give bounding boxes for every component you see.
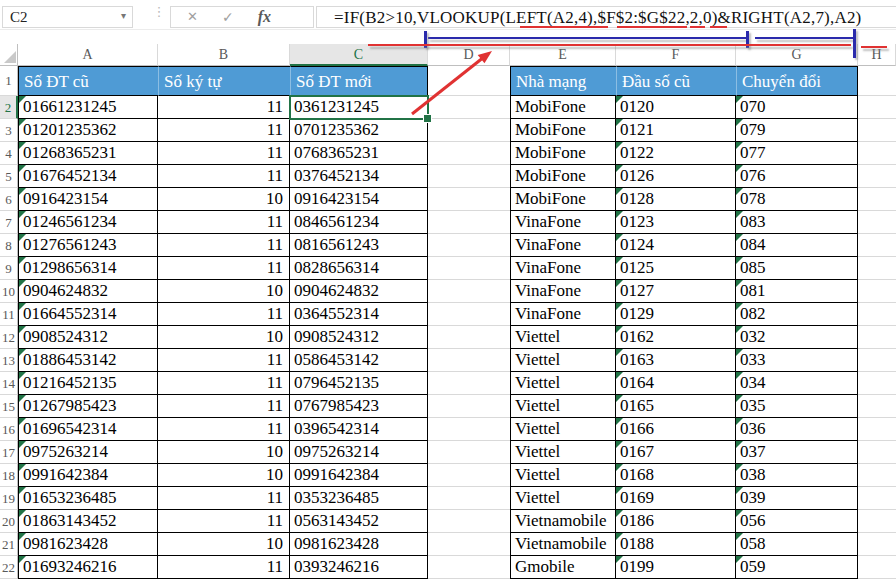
left-table-cell-C5[interactable]: 0376452134 — [290, 165, 428, 188]
row-header-20[interactable]: 20 — [0, 510, 18, 533]
right-table-cell-F10[interactable]: 0127 — [616, 280, 736, 303]
row-header-21[interactable]: 21 — [0, 533, 18, 556]
right-table-cell-E4[interactable]: MobiFone — [510, 142, 616, 165]
enter-icon[interactable]: ✓ — [222, 9, 234, 26]
left-table-cell-C10[interactable]: 0904624832 — [290, 280, 428, 303]
right-table-cell-F21[interactable]: 0188 — [616, 533, 736, 556]
left-table-cell-B20[interactable]: 11 — [158, 510, 290, 533]
left-table-cell-C6[interactable]: 0916423154 — [290, 188, 428, 211]
left-table-cell-B15[interactable]: 11 — [158, 395, 290, 418]
right-table-cell-F14[interactable]: 0164 — [616, 372, 736, 395]
select-all-corner-icon[interactable] — [4, 51, 16, 63]
row-header-1[interactable]: 1 — [0, 66, 18, 96]
cancel-icon[interactable]: ✕ — [187, 9, 198, 25]
left-table-cell-B11[interactable]: 11 — [158, 303, 290, 326]
row-header-18[interactable]: 18 — [0, 464, 18, 487]
column-header-C[interactable]: C — [290, 44, 428, 66]
column-header-B[interactable]: B — [158, 44, 290, 66]
left-table-cell-A5[interactable]: 01676452134 — [18, 165, 158, 188]
row-header-7[interactable]: 7 — [0, 211, 18, 234]
column-header-F[interactable]: F — [616, 44, 736, 66]
right-table-cell-E22[interactable]: Gmobile — [510, 556, 616, 579]
left-table-cell-B17[interactable]: 10 — [158, 441, 290, 464]
left-table-header-A1[interactable]: Số ĐT cũ — [18, 66, 158, 96]
right-table-header-G1[interactable]: Chuyển đổi — [736, 66, 858, 96]
right-table-cell-G22[interactable]: 059 — [736, 556, 858, 579]
left-table-cell-A16[interactable]: 01696542314 — [18, 418, 158, 441]
right-table-cell-F20[interactable]: 0186 — [616, 510, 736, 533]
left-table-cell-B21[interactable]: 10 — [158, 533, 290, 556]
right-table-cell-E20[interactable]: Vietnamobile — [510, 510, 616, 533]
left-table-cell-A4[interactable]: 01268365231 — [18, 142, 158, 165]
right-table-cell-E10[interactable]: VinaFone — [510, 280, 616, 303]
right-table-cell-G21[interactable]: 058 — [736, 533, 858, 556]
right-table-cell-G19[interactable]: 039 — [736, 487, 858, 510]
right-table-cell-F11[interactable]: 0129 — [616, 303, 736, 326]
column-header-D[interactable]: D — [428, 44, 510, 66]
left-table-cell-C3[interactable]: 0701235362 — [290, 119, 428, 142]
right-table-cell-F12[interactable]: 0162 — [616, 326, 736, 349]
left-table-cell-B7[interactable]: 11 — [158, 211, 290, 234]
left-table-cell-A18[interactable]: 0991642384 — [18, 464, 158, 487]
left-table-cell-C22[interactable]: 0393246216 — [290, 556, 428, 579]
right-table-cell-G9[interactable]: 085 — [736, 257, 858, 280]
left-table-cell-A7[interactable]: 01246561234 — [18, 211, 158, 234]
left-table-cell-A15[interactable]: 01267985423 — [18, 395, 158, 418]
right-table-cell-F3[interactable]: 0121 — [616, 119, 736, 142]
right-table-cell-F22[interactable]: 0199 — [616, 556, 736, 579]
right-table-cell-G17[interactable]: 037 — [736, 441, 858, 464]
left-table-cell-B2[interactable]: 11 — [158, 96, 290, 119]
left-table-header-C1[interactable]: Số ĐT mới — [290, 66, 428, 96]
left-table-cell-B10[interactable]: 10 — [158, 280, 290, 303]
right-table-cell-E12[interactable]: Viettel — [510, 326, 616, 349]
left-table-cell-C16[interactable]: 0396542314 — [290, 418, 428, 441]
left-table-cell-A2[interactable]: 01661231245 — [18, 96, 158, 119]
right-table-cell-G15[interactable]: 035 — [736, 395, 858, 418]
column-header-G[interactable]: G — [736, 44, 858, 66]
left-table-cell-A6[interactable]: 0916423154 — [18, 188, 158, 211]
left-table-cell-B19[interactable]: 11 — [158, 487, 290, 510]
right-table-cell-G10[interactable]: 081 — [736, 280, 858, 303]
right-table-cell-F18[interactable]: 0168 — [616, 464, 736, 487]
right-table-cell-E21[interactable]: Vietnamobile — [510, 533, 616, 556]
right-table-cell-G8[interactable]: 084 — [736, 234, 858, 257]
left-table-cell-A9[interactable]: 01298656314 — [18, 257, 158, 280]
right-table-cell-F9[interactable]: 0125 — [616, 257, 736, 280]
right-table-cell-E14[interactable]: Viettel — [510, 372, 616, 395]
left-table-cell-B14[interactable]: 11 — [158, 372, 290, 395]
left-table-cell-A14[interactable]: 01216452135 — [18, 372, 158, 395]
right-table-cell-G12[interactable]: 032 — [736, 326, 858, 349]
right-table-cell-E17[interactable]: Viettel — [510, 441, 616, 464]
right-table-cell-F13[interactable]: 0163 — [616, 349, 736, 372]
right-table-header-F1[interactable]: Đầu số cũ — [616, 66, 736, 96]
left-table-cell-B9[interactable]: 11 — [158, 257, 290, 280]
right-table-cell-F16[interactable]: 0166 — [616, 418, 736, 441]
left-table-cell-C4[interactable]: 0768365231 — [290, 142, 428, 165]
formula-input[interactable]: =IF(B2>10,VLOOKUP(LEFT(A2,4),$F$2:$G$22,… — [316, 6, 896, 28]
row-header-5[interactable]: 5 — [0, 165, 18, 188]
right-table-cell-E6[interactable]: MobiFone — [510, 188, 616, 211]
right-table-cell-G16[interactable]: 036 — [736, 418, 858, 441]
left-table-cell-B12[interactable]: 10 — [158, 326, 290, 349]
left-table-cell-A10[interactable]: 0904624832 — [18, 280, 158, 303]
right-table-cell-F5[interactable]: 0126 — [616, 165, 736, 188]
right-table-cell-F17[interactable]: 0167 — [616, 441, 736, 464]
left-table-cell-B16[interactable]: 11 — [158, 418, 290, 441]
row-header-9[interactable]: 9 — [0, 257, 18, 280]
left-table-cell-B6[interactable]: 10 — [158, 188, 290, 211]
row-header-14[interactable]: 14 — [0, 372, 18, 395]
right-table-cell-F19[interactable]: 0169 — [616, 487, 736, 510]
left-table-cell-C19[interactable]: 0353236485 — [290, 487, 428, 510]
right-table-cell-G14[interactable]: 034 — [736, 372, 858, 395]
right-table-cell-G4[interactable]: 077 — [736, 142, 858, 165]
right-table-cell-E19[interactable]: Viettel — [510, 487, 616, 510]
left-table-cell-A17[interactable]: 0975263214 — [18, 441, 158, 464]
left-table-cell-C7[interactable]: 0846561234 — [290, 211, 428, 234]
row-header-15[interactable]: 15 — [0, 395, 18, 418]
row-header-3[interactable]: 3 — [0, 119, 18, 142]
left-table-cell-A3[interactable]: 01201235362 — [18, 119, 158, 142]
right-table-cell-E11[interactable]: VinaFone — [510, 303, 616, 326]
left-table-cell-B4[interactable]: 11 — [158, 142, 290, 165]
right-table-cell-F15[interactable]: 0165 — [616, 395, 736, 418]
left-table-cell-A8[interactable]: 01276561243 — [18, 234, 158, 257]
